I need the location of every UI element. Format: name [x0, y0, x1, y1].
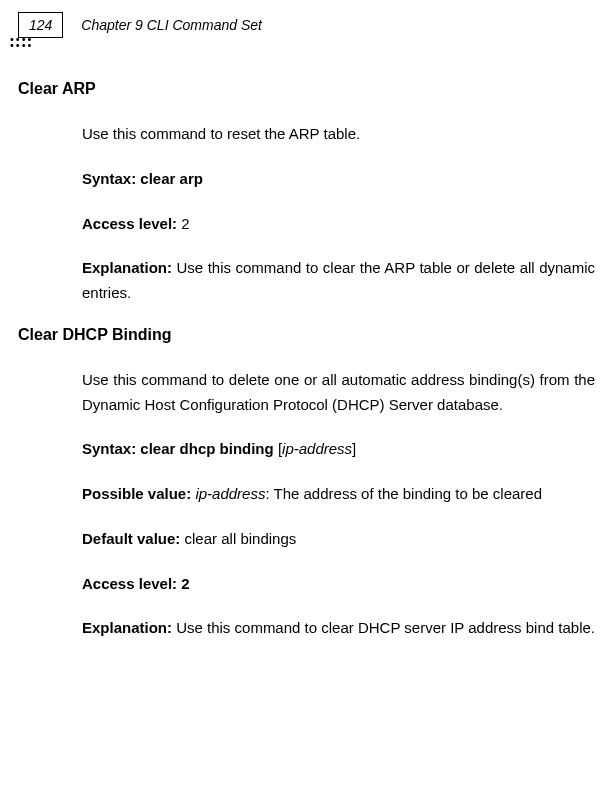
clear-dhcp-syntax: Syntax: clear dhcp binding [ip-address] — [82, 437, 595, 462]
possible-value-text: : The address of the binding to be clear… — [265, 485, 542, 502]
clear-dhcp-body: Use this command to delete one or all au… — [82, 368, 595, 641]
clear-arp-syntax: Syntax: clear arp — [82, 167, 595, 192]
clear-dhcp-access-level: Access level: 2 — [82, 572, 595, 597]
possible-value-param: ip-address — [195, 485, 265, 502]
clear-arp-body: Use this command to reset the ARP table.… — [82, 122, 595, 306]
dotted-decoration: •••••••• — [10, 36, 33, 48]
access-level-value: 2 — [181, 215, 189, 232]
default-value-label: Default value: — [82, 530, 185, 547]
page-content: Clear ARP Use this command to reset the … — [0, 46, 613, 641]
access-level-label: Access level: 2 — [82, 575, 190, 592]
explanation-label: Explanation: — [82, 619, 176, 636]
page-header: 124 Chapter 9 CLI Command Set — [0, 0, 613, 46]
explanation-text: Use this command to clear DHCP server IP… — [176, 619, 595, 636]
syntax-param: ip-address — [282, 440, 352, 457]
access-level-label: Access level: — [82, 215, 181, 232]
possible-value-label: Possible value: — [82, 485, 195, 502]
default-value-text: clear all bindings — [185, 530, 297, 547]
clear-arp-access-level: Access level: 2 — [82, 212, 595, 237]
section-heading-clear-arp: Clear ARP — [18, 80, 595, 98]
clear-arp-explanation: Explanation: Use this command to clear t… — [82, 256, 595, 306]
explanation-label: Explanation: — [82, 259, 177, 276]
clear-dhcp-intro: Use this command to delete one or all au… — [82, 368, 595, 418]
syntax-label: Syntax: clear arp — [82, 170, 203, 187]
clear-dhcp-possible-value: Possible value: ip-address: The address … — [82, 482, 595, 507]
section-heading-clear-dhcp: Clear DHCP Binding — [18, 326, 595, 344]
bracket-close: ] — [352, 440, 356, 457]
syntax-label-prefix: Syntax: clear dhcp binding — [82, 440, 278, 457]
clear-dhcp-explanation: Explanation: Use this command to clear D… — [82, 616, 595, 641]
clear-arp-intro: Use this command to reset the ARP table. — [82, 122, 595, 147]
clear-dhcp-default-value: Default value: clear all bindings — [82, 527, 595, 552]
chapter-title: Chapter 9 CLI Command Set — [81, 17, 262, 33]
